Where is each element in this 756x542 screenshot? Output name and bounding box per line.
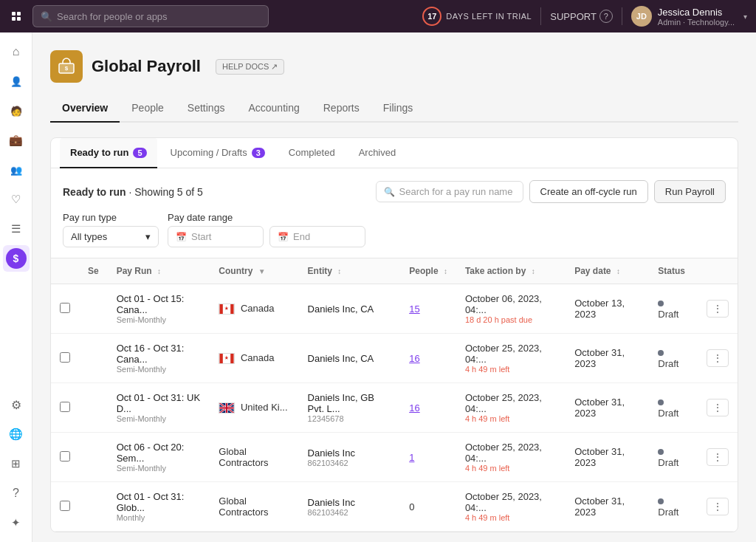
sidebar-item-payroll[interactable]: $ <box>3 245 30 272</box>
row-action-button[interactable]: ⋮ <box>707 448 729 466</box>
row-action-btn-cell[interactable]: ⋮ <box>698 482 738 532</box>
run-payroll-button[interactable]: Run Payroll <box>654 180 726 203</box>
filter-tab-upcoming[interactable]: Upcoming / Drafts 3 <box>160 138 275 168</box>
main-content: $ Global Payroll HELP DOCS ↗ Overview Pe… <box>32 32 756 542</box>
th-action-by[interactable]: Take action by ↕ <box>456 258 566 284</box>
controls-right: 🔍 Create an off-cycle run Run Payroll <box>376 180 726 203</box>
row-pay-run: Oct 01 - Oct 31: UK D... Semi-Monthly <box>108 383 210 433</box>
row-seq <box>79 334 108 383</box>
create-off-cycle-button[interactable]: Create an off-cycle run <box>529 180 648 203</box>
row-action-button[interactable]: ⋮ <box>707 498 729 515</box>
tab-people[interactable]: People <box>120 95 176 123</box>
people-link[interactable]: 16 <box>409 402 419 414</box>
row-people[interactable]: 16 <box>400 334 456 383</box>
pay-run-search-box[interactable]: 🔍 <box>376 181 523 202</box>
row-people[interactable]: 0 <box>400 482 456 532</box>
th-people[interactable]: People ↕ <box>400 258 456 284</box>
row-action-button[interactable]: ⋮ <box>707 300 729 318</box>
row-action-button[interactable]: ⋮ <box>707 349 729 367</box>
tab-filings[interactable]: Filings <box>371 95 425 123</box>
th-country[interactable]: Country ▼ <box>210 258 298 284</box>
page-header: $ Global Payroll HELP DOCS ↗ <box>50 50 738 83</box>
row-checkbox[interactable] <box>60 501 70 511</box>
row-action-by: October 25, 2023, 04:... 4 h 49 m left <box>456 433 566 482</box>
pay-run-type-select[interactable]: All types ▾ <box>63 226 159 247</box>
row-checkbox-cell[interactable] <box>51 284 79 334</box>
global-search[interactable]: 🔍 <box>32 5 269 27</box>
sidebar-item-add-person[interactable]: 👤 <box>3 68 30 95</box>
row-people[interactable]: 1 <box>400 433 456 482</box>
row-checkbox-cell[interactable] <box>51 334 79 383</box>
tab-reports[interactable]: Reports <box>312 95 371 123</box>
row-people[interactable]: 15 <box>400 284 456 334</box>
row-entity: Daniels Inc 862103462 <box>299 433 401 482</box>
sidebar-item-star[interactable]: ✦ <box>3 510 30 536</box>
filter-tab-archived[interactable]: Archived <box>348 138 407 168</box>
table-row: Oct 01 - Oct 31: UK D... Semi-Monthly Un… <box>51 383 738 433</box>
row-checkbox[interactable] <box>60 303 70 313</box>
logo[interactable] <box>9 9 24 24</box>
row-pay-date: October 31, 2023 <box>566 482 649 532</box>
th-entity[interactable]: Entity ↕ <box>299 258 401 284</box>
row-entity: Daniels Inc, GB Pvt. L... 12345678 <box>299 383 401 433</box>
th-pay-run[interactable]: Pay Run ↕ <box>108 258 210 284</box>
help-docs-button[interactable]: HELP DOCS ↗ <box>216 59 284 75</box>
tab-settings[interactable]: Settings <box>176 95 237 123</box>
row-country: Canada <box>210 284 298 334</box>
user-name: Jessica Dennis <box>658 7 735 18</box>
sidebar-item-list[interactable]: ☰ <box>3 216 30 242</box>
sidebar-item-help[interactable]: ? <box>3 480 30 507</box>
people-link[interactable]: 16 <box>409 353 419 364</box>
row-pay-date: October 13, 2023 <box>566 284 649 334</box>
row-checkbox[interactable] <box>60 352 70 363</box>
start-date-input[interactable]: 📅 Start <box>168 226 264 247</box>
pay-runs-table: Se Pay Run ↕ Country ▼ Entity ↕ People ↕… <box>51 258 738 532</box>
tab-accounting[interactable]: Accounting <box>236 95 311 123</box>
row-people[interactable]: 16 <box>400 383 456 433</box>
sidebar-item-globe[interactable]: 🌐 <box>3 421 30 447</box>
sidebar-item-group[interactable]: 👥 <box>3 157 30 183</box>
tab-overview[interactable]: Overview <box>50 95 120 123</box>
sidebar-item-grid[interactable]: ⊞ <box>3 450 30 477</box>
sidebar-item-settings[interactable]: ⚙ <box>3 391 30 418</box>
support-button[interactable]: SUPPORT ? <box>550 10 613 23</box>
filter-tab-completed[interactable]: Completed <box>278 138 346 168</box>
row-country: Global Contractors <box>210 433 298 482</box>
user-menu[interactable]: JD Jessica Dennis Admin · Technology... … <box>631 6 747 27</box>
table-row: Oct 06 - Oct 20: Sem... Semi-Monthly Glo… <box>51 433 738 482</box>
search-icon-small: 🔍 <box>384 187 395 197</box>
filter-tab-ready[interactable]: Ready to run 5 <box>60 138 157 168</box>
sidebar: ⌂ 👤 🧑 💼 👥 ♡ ☰ $ ⚙ 🌐 ⊞ ? ✦ <box>0 32 32 542</box>
search-input[interactable] <box>57 11 261 22</box>
filter-tab-upcoming-badge: 3 <box>252 148 265 158</box>
people-link[interactable]: 15 <box>409 303 419 315</box>
sidebar-item-briefcase[interactable]: 💼 <box>3 127 30 154</box>
row-checkbox-cell[interactable] <box>51 383 79 433</box>
row-action-button[interactable]: ⋮ <box>707 399 729 416</box>
row-checkbox[interactable] <box>60 402 70 412</box>
sidebar-item-home[interactable]: ⌂ <box>3 38 30 65</box>
row-action-btn-cell[interactable]: ⋮ <box>698 334 738 383</box>
row-status: Draft <box>649 383 698 433</box>
row-action-btn-cell[interactable]: ⋮ <box>698 284 738 334</box>
row-action-btn-cell[interactable]: ⋮ <box>698 433 738 482</box>
pay-run-search-input[interactable] <box>399 186 515 197</box>
pay-run-type-label: Pay run type <box>63 212 159 223</box>
status-dot <box>658 449 664 455</box>
row-checkbox-cell[interactable] <box>51 482 79 532</box>
th-seq: Se <box>79 258 108 284</box>
row-checkbox-cell[interactable] <box>51 433 79 482</box>
table-controls: Ready to run · Showing 5 of 5 🔍 Create a… <box>51 168 738 212</box>
row-checkbox[interactable] <box>60 451 70 462</box>
table-subtitle: · Showing 5 of 5 <box>128 186 202 198</box>
chevron-down-icon: ▾ <box>743 13 747 21</box>
page-title: Global Payroll <box>92 57 201 76</box>
th-pay-date[interactable]: Pay date ↕ <box>566 258 649 284</box>
people-link[interactable]: 1 <box>409 452 414 463</box>
table-title-bold: Ready to run <box>63 186 126 198</box>
end-date-input[interactable]: 📅 End <box>269 226 365 247</box>
row-action-btn-cell[interactable]: ⋮ <box>698 383 738 433</box>
sidebar-item-heart[interactable]: ♡ <box>3 186 30 213</box>
search-icon: 🔍 <box>41 11 52 22</box>
sidebar-item-person[interactable]: 🧑 <box>3 97 30 124</box>
